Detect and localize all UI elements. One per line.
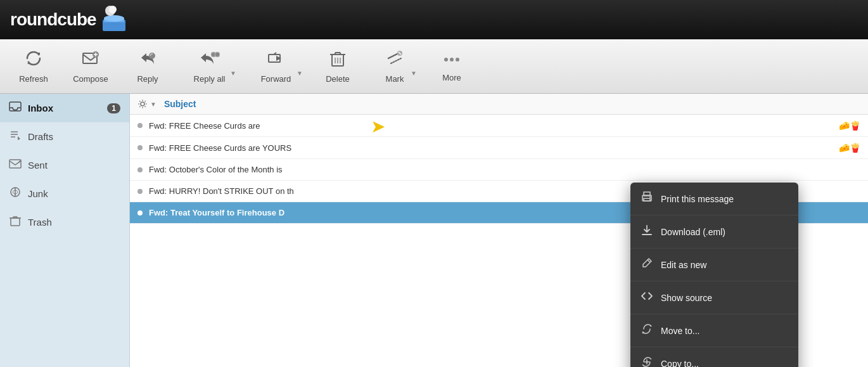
drafts-label: Drafts	[28, 131, 53, 142]
inbox-badge: 1	[107, 103, 120, 113]
reply-all-arrow: ▼	[230, 70, 236, 77]
compose-icon	[82, 49, 99, 72]
email-subject: Fwd: October's Color of the Month is	[149, 165, 860, 174]
delete-button[interactable]: Delete	[309, 42, 366, 91]
gear-arrow: ▼	[150, 101, 156, 108]
toolbar: Refresh Compose Reply	[0, 39, 868, 94]
compose-button[interactable]: Compose	[62, 42, 119, 91]
trash-label: Trash	[28, 217, 52, 228]
inbox-icon	[9, 100, 22, 116]
refresh-label: Refresh	[19, 74, 48, 84]
reply-all-icon	[200, 49, 220, 72]
header: roundcube	[0, 0, 868, 39]
menu-item-download[interactable]: Download (.eml)	[630, 216, 798, 248]
reply-icon	[139, 49, 156, 72]
logo-icon	[99, 4, 129, 35]
email-row[interactable]: Fwd: October's Color of the Month is	[130, 159, 868, 181]
gear-button[interactable]: ▼	[137, 99, 156, 109]
menu-print-label: Print this message	[661, 194, 734, 204]
edit-as-new-icon	[641, 257, 653, 273]
sidebar: Inbox 1 Drafts Sent	[0, 94, 130, 367]
email-list-header: ▼ Subject	[130, 94, 868, 115]
sidebar-item-inbox[interactable]: Inbox 1	[0, 94, 129, 122]
menu-copy-label: Copy to...	[661, 359, 699, 368]
forward-arrow: ▼	[297, 70, 303, 77]
sent-label: Sent	[28, 160, 48, 171]
menu-edit-new-label: Edit as new	[661, 260, 706, 270]
sidebar-item-trash[interactable]: Trash	[0, 208, 129, 236]
sidebar-item-sent[interactable]: Sent	[0, 151, 129, 179]
menu-download-label: Download (.eml)	[661, 227, 725, 237]
email-area: ▼ Subject Fwd: FREE Cheese Curds are ➤ 🧀…	[130, 94, 868, 367]
email-emojis: 🧀🍟	[839, 143, 860, 153]
compose-label: Compose	[73, 74, 108, 84]
svg-point-27	[450, 58, 454, 61]
inbox-label: Inbox	[28, 103, 53, 113]
copy-to-icon	[641, 356, 653, 367]
svg-point-26	[444, 58, 448, 61]
logo-text: roundcube	[10, 10, 96, 30]
content-area: Inbox 1 Drafts Sent	[0, 94, 868, 367]
reply-button[interactable]: Reply	[119, 42, 176, 91]
delete-icon	[329, 49, 346, 72]
menu-item-copy-to[interactable]: Copy to...	[630, 347, 798, 367]
junk-label: Junk	[28, 188, 48, 199]
email-emojis: 🧀🍟	[839, 120, 860, 131]
email-row[interactable]: Fwd: FREE Cheese Curds are YOURS 🧀🍟	[130, 137, 868, 159]
forward-icon	[267, 49, 285, 72]
forward-label: Forward	[261, 74, 291, 84]
menu-item-move-to[interactable]: Move to...	[630, 314, 798, 347]
refresh-icon	[25, 49, 42, 72]
email-subject: Fwd: FREE Cheese Curds are	[149, 121, 834, 131]
unread-dot	[137, 123, 143, 128]
reply-label: Reply	[137, 74, 158, 84]
svg-rect-33	[10, 160, 21, 168]
move-to-icon	[641, 323, 653, 338]
svg-point-4	[109, 6, 117, 13]
forward-button[interactable]: Forward ▼	[243, 42, 309, 91]
svg-marker-49	[650, 325, 652, 326]
mark-icon	[386, 49, 404, 72]
svg-rect-37	[11, 218, 20, 226]
print-icon	[641, 191, 653, 207]
arrow-indicator: ➤	[371, 116, 385, 137]
junk-icon	[9, 186, 22, 202]
svg-rect-45	[644, 198, 650, 201]
more-icon	[443, 51, 461, 70]
svg-point-13	[215, 52, 220, 57]
menu-item-edit-as-new[interactable]: Edit as new	[630, 248, 798, 281]
svg-point-42	[141, 102, 144, 106]
refresh-button[interactable]: Refresh	[5, 42, 62, 91]
email-subject: Fwd: FREE Cheese Curds are YOURS	[149, 143, 834, 153]
menu-source-label: Show source	[661, 293, 712, 303]
more-button[interactable]: More	[423, 42, 480, 91]
reply-all-label: Reply all	[194, 74, 226, 84]
sidebar-item-drafts[interactable]: Drafts	[0, 122, 129, 151]
sent-icon	[9, 157, 22, 173]
reply-all-button[interactable]: Reply all ▼	[176, 42, 243, 91]
svg-point-2	[104, 15, 124, 22]
sidebar-item-junk[interactable]: Junk	[0, 179, 129, 208]
svg-line-23	[388, 53, 399, 58]
unread-dot	[137, 189, 143, 194]
drafts-icon	[9, 129, 22, 145]
download-icon	[641, 224, 653, 240]
delete-label: Delete	[326, 74, 350, 84]
menu-item-show-source[interactable]: Show source	[630, 281, 798, 314]
unread-dot	[137, 145, 143, 150]
trash-icon	[9, 214, 22, 230]
mark-label: Mark	[386, 74, 404, 84]
dropdown-menu: Print this message Download (.eml)	[630, 183, 798, 367]
mark-arrow: ▼	[411, 70, 417, 77]
show-source-icon	[641, 290, 653, 306]
menu-move-label: Move to...	[661, 326, 699, 336]
svg-point-46	[649, 196, 651, 198]
email-row[interactable]: Fwd: FREE Cheese Curds are ➤ 🧀🍟	[130, 115, 868, 137]
svg-line-48	[648, 260, 650, 262]
menu-item-print[interactable]: Print this message	[630, 183, 798, 216]
column-subject: Subject	[164, 99, 196, 109]
svg-line-24	[391, 58, 401, 63]
unread-dot	[137, 210, 143, 216]
mark-button[interactable]: Mark ▼	[366, 42, 423, 91]
unread-dot	[137, 167, 143, 172]
